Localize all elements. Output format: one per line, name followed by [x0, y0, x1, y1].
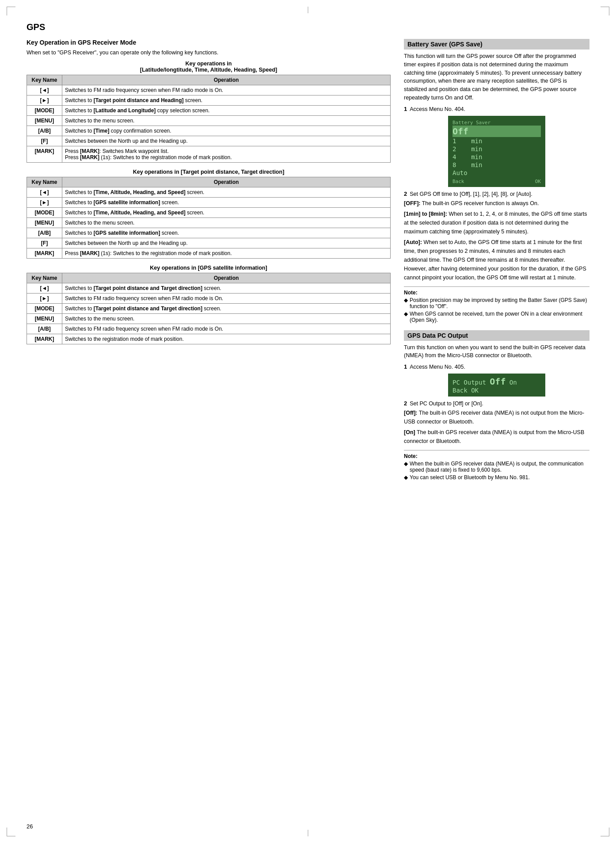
table3-header: Key operations in [GPS satellite informa… — [27, 265, 391, 271]
op-cell: Switches to the menu screen. — [62, 115, 391, 126]
key-cell: [MENU] — [27, 115, 62, 126]
key-cell: [A/B] — [27, 324, 62, 334]
op-cell: Switches to [Time, Altitude, Heading, an… — [62, 207, 391, 217]
table-row: [◄]Switches to FM radio frequency screen… — [27, 85, 391, 95]
table-row: [A/B]Switches to [GPS satellite informat… — [27, 228, 391, 238]
battery-saver-header: Battery Saver (GPS Save) — [404, 39, 589, 50]
pc-off-label: [Off]: — [404, 410, 418, 416]
main-title: GPS — [27, 22, 589, 32]
key-cell: [A/B] — [27, 228, 62, 238]
battery-note-section: Note: ◆Position precision may be improve… — [404, 286, 589, 323]
table1-header: Key operations in[Latitude/longtitude, T… — [27, 61, 391, 73]
page-number: 26 — [27, 823, 33, 830]
op-cell: Switches to the registration mode of mar… — [62, 334, 391, 344]
pc-output-desc: [Off]: The built-in GPS receiver data (N… — [404, 408, 589, 446]
op-cell: Switches to FM radio frequency screen wh… — [62, 324, 391, 334]
op-cell: Press [MARK]: Switches Mark waypoint lis… — [62, 146, 391, 162]
section1-title: Key Operation in GPS Receiver Mode — [27, 39, 391, 46]
lcd-title: Battery Saver — [452, 120, 491, 126]
table-row: [MARK]Press [MARK]: Switches Mark waypoi… — [27, 146, 391, 162]
pc-step1-label: 1 — [404, 363, 407, 370]
table-row: [MARK]Switches to the registration mode … — [27, 334, 391, 344]
table-row: [►]Switches to [Target point distance an… — [27, 95, 391, 105]
left-column: Key Operation in GPS Receiver Mode When … — [27, 39, 391, 482]
lcd-back: Back — [452, 179, 464, 184]
op-cell: Switches to [GPS satellite information] … — [62, 228, 391, 238]
battery-step2-text: Set GPS Off time to [Off], [1], [2], [4]… — [410, 191, 532, 197]
battery-saver-lcd: Battery Saver Off 1 min 2 min 4 min 8 mi… — [448, 116, 545, 187]
key-cell: [F] — [27, 136, 62, 146]
table3-col1: Key Name — [27, 273, 62, 283]
table-row: [MODE]Switches to [Time, Altitude, Headi… — [27, 207, 391, 217]
key-cell: [MENU] — [27, 313, 62, 324]
op-cell: Switches to the menu screen. — [62, 217, 391, 228]
table-row: [A/B]Switches to [Time] copy confirmatio… — [27, 126, 391, 136]
op-cell: Switches to [Time, Altitude, Heading, an… — [62, 187, 391, 197]
key-cell: [MARK] — [27, 146, 62, 162]
note-text: When GPS cannot be received, turn the po… — [410, 311, 589, 323]
key-cell: [◄] — [27, 187, 62, 197]
pc-on-text: The built-in GPS receiver data (NMEA) is… — [404, 429, 584, 444]
pc-output-lcd: PC Output Off On Back OK — [448, 374, 545, 397]
corner-bl — [7, 828, 15, 836]
table1: Key Name Operation [◄]Switches to FM rad… — [27, 75, 391, 163]
table-row: [MENU]Switches to the menu screen. — [27, 313, 391, 324]
op-cell: Switches between the North up and the He… — [62, 136, 391, 146]
battery-saver-body: This function will turn the GPS power so… — [404, 52, 589, 102]
key-cell: [►] — [27, 197, 62, 207]
table1-col1: Key Name — [27, 75, 62, 85]
battery-off-text: The built-in GPS receiver function is al… — [422, 200, 539, 206]
right-column: Battery Saver (GPS Save) This function w… — [404, 39, 589, 482]
key-cell: [◄] — [27, 85, 62, 95]
lcd-item-8min: 8 min — [452, 161, 541, 169]
pc-lcd-title: PC Output — [452, 379, 486, 386]
table-row: [◄]Switches to [Target point distance an… — [27, 283, 391, 293]
battery-step2-label: 2 — [404, 191, 407, 197]
key-cell: [A/B] — [27, 126, 62, 136]
note-item: ◆When the built-in GPS receiver data (NM… — [404, 461, 589, 473]
key-cell: [MODE] — [27, 105, 62, 115]
key-cell: [MARK] — [27, 248, 62, 258]
pc-step2-label: 2 — [404, 400, 407, 407]
lcd-item-auto: Auto — [452, 169, 541, 177]
note-bullet: ◆ — [404, 297, 408, 309]
center-mark-bottom — [308, 830, 308, 836]
note-text: You can select USB or Bluetooth by Menu … — [410, 474, 530, 481]
note-text: Position precision may be improved by se… — [410, 297, 589, 309]
lcd-ok: OK — [535, 179, 541, 184]
corner-tr — [601, 7, 609, 15]
battery-off-desc: [OFF]: The built-in GPS receiver functio… — [404, 199, 589, 282]
key-cell: [F] — [27, 238, 62, 248]
table2-header: Key operations in [Target point distance… — [27, 169, 391, 175]
pc-lcd-item-on: On — [510, 379, 517, 386]
table-row: [MENU]Switches to the menu screen. — [27, 115, 391, 126]
pc-note-title: Note: — [404, 453, 589, 459]
pc-lcd-item-off: Off — [490, 376, 506, 387]
battery-note-title: Note: — [404, 290, 589, 296]
table-row: [F]Switches between the North up and the… — [27, 238, 391, 248]
lcd-item-off: Off — [452, 126, 541, 137]
table2-col2: Operation — [62, 177, 391, 187]
gps-data-pc-body: Turn this function on when you want to s… — [404, 343, 589, 360]
pc-off-text: The built-in GPS receiver data (NMEA) is… — [404, 410, 584, 425]
key-cell: [MENU] — [27, 217, 62, 228]
key-cell: [MODE] — [27, 207, 62, 217]
pc-on-label: [On] — [404, 429, 415, 435]
key-cell: [MODE] — [27, 303, 62, 313]
op-cell: Switches to FM radio frequency screen wh… — [62, 293, 391, 303]
battery-saver-title: Battery Saver (GPS Save) — [407, 41, 483, 48]
note-text: When the built-in GPS receiver data (NME… — [410, 461, 589, 473]
battery-step1-label: 1 — [404, 106, 407, 112]
op-cell: Switches to [Time] copy confirmation scr… — [62, 126, 391, 136]
table-row: [◄]Switches to [Time, Altitude, Heading,… — [27, 187, 391, 197]
center-mark-top — [308, 7, 308, 13]
pc-note-section: Note: ◆When the built-in GPS receiver da… — [404, 450, 589, 481]
pc-step2-text: Set PC Output to [Off] or [On]. — [410, 401, 483, 407]
op-cell: Switches to FM radio frequency screen wh… — [62, 85, 391, 95]
key-cell: [MARK] — [27, 334, 62, 344]
battery-auto-text: When set to Auto, the GPS Off time start… — [404, 239, 586, 281]
key-cell: [►] — [27, 293, 62, 303]
table3: Key Name Operation [◄]Switches to [Targe… — [27, 273, 391, 344]
note-bullet: ◆ — [404, 461, 408, 473]
gps-data-pc-title: GPS Data PC Output — [407, 332, 468, 339]
